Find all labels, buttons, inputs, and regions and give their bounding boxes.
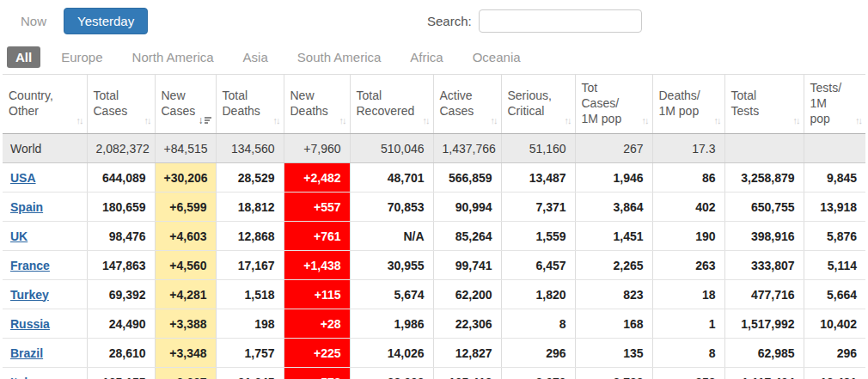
sort-both-icon[interactable] xyxy=(273,115,279,125)
new-deaths-cell: +7,960 xyxy=(284,134,350,163)
sort-both-icon[interactable] xyxy=(642,115,648,125)
cases-per-1m-cell: 267 xyxy=(575,134,652,163)
total-deaths-cell: 18,812 xyxy=(216,193,284,222)
total-recovered-cell: 38,092 xyxy=(350,368,433,379)
total-deaths-cell: 1,757 xyxy=(216,339,284,368)
total-cases-cell: 180,659 xyxy=(87,193,155,222)
country-link[interactable]: Brazil xyxy=(10,346,43,360)
country-link[interactable]: Russia xyxy=(10,317,50,331)
tab-asia[interactable]: Asia xyxy=(235,46,277,68)
new-cases-cell: +4,560 xyxy=(155,251,216,280)
col-header-total-deaths[interactable]: Total Deaths xyxy=(216,75,284,134)
country-cell: Brazil xyxy=(3,339,87,368)
sort-desc-icon[interactable] xyxy=(199,116,211,125)
sort-both-icon[interactable] xyxy=(339,115,345,125)
serious-critical-cell: 8 xyxy=(501,309,575,339)
new-deaths-cell: +115 xyxy=(284,280,350,309)
total-deaths-cell: 198 xyxy=(216,309,284,339)
sort-both-icon[interactable] xyxy=(144,115,150,125)
total-tests-cell: 1,117,404 xyxy=(724,368,804,379)
col-header-tests-per-1m[interactable]: Tests/ 1M pop xyxy=(804,75,865,134)
new-deaths-cell: +225 xyxy=(284,339,350,368)
new-cases-cell: +84,515 xyxy=(155,134,216,163)
col-label: Tot Cases/ 1M pop xyxy=(582,80,647,126)
country-cell: Italy xyxy=(3,368,87,379)
sort-both-icon[interactable] xyxy=(76,115,83,125)
country-cell: France xyxy=(3,251,87,280)
active-cases-cell: 105,418 xyxy=(433,368,501,379)
search-container: Search: xyxy=(427,9,642,33)
country-cell: Russia xyxy=(3,309,87,339)
total-deaths-cell: 12,868 xyxy=(216,222,284,251)
country-cell: World xyxy=(3,134,87,163)
active-cases-cell: 90,994 xyxy=(433,193,501,222)
total-cases-cell: 28,610 xyxy=(87,339,155,368)
col-header-country[interactable]: Country, Other xyxy=(3,75,87,134)
total-recovered-cell: 30,955 xyxy=(350,251,433,280)
country-link[interactable]: USA xyxy=(10,171,36,185)
tab-all[interactable]: All xyxy=(7,46,40,68)
tab-oceania[interactable]: Oceania xyxy=(464,46,529,68)
sort-both-icon[interactable] xyxy=(793,115,799,125)
tab-north-america[interactable]: North America xyxy=(124,46,223,68)
header-row: Country, Other Total Cases New Cases Tot… xyxy=(3,75,865,134)
yesterday-button[interactable]: Yesterday xyxy=(64,8,148,34)
new-cases-cell: +6,599 xyxy=(155,193,216,222)
total-cases-cell: 24,490 xyxy=(87,309,155,339)
cases-per-1m-cell: 3,864 xyxy=(575,193,652,222)
serious-critical-cell: 1,559 xyxy=(501,222,575,251)
tests-per-1m-cell: 5,876 xyxy=(804,222,865,251)
country-cell: Turkey xyxy=(3,280,87,309)
sort-both-icon[interactable] xyxy=(565,115,571,125)
col-header-new-deaths[interactable]: New Deaths xyxy=(284,75,350,134)
new-deaths-cell: +578 xyxy=(284,368,350,379)
total-deaths-cell: 17,167 xyxy=(216,251,284,280)
col-header-active-cases[interactable]: Active Cases xyxy=(433,75,501,134)
active-cases-cell: 566,859 xyxy=(433,163,501,193)
country-cell: Spain xyxy=(3,193,87,222)
active-cases-cell: 1,437,766 xyxy=(433,134,501,163)
col-header-new-cases[interactable]: New Cases xyxy=(155,75,216,134)
new-cases-cell: +2,667 xyxy=(155,368,216,379)
cases-per-1m-cell: 1,946 xyxy=(575,163,652,193)
sort-both-icon[interactable] xyxy=(491,115,497,125)
tab-africa[interactable]: Africa xyxy=(401,46,451,68)
world-row: World 2,082,372 +84,515 134,560 +7,960 5… xyxy=(3,134,865,163)
active-cases-cell: 62,200 xyxy=(433,280,501,309)
total-tests-cell: 650,755 xyxy=(724,193,804,222)
tests-per-1m-cell xyxy=(804,134,865,163)
table-row: France 147,863 +4,560 17,167 +1,438 30,9… xyxy=(3,251,865,280)
total-cases-cell: 165,155 xyxy=(87,368,155,379)
total-tests-cell: 398,916 xyxy=(724,222,804,251)
total-cases-cell: 2,082,372 xyxy=(87,134,155,163)
total-tests-cell: 333,807 xyxy=(724,251,804,280)
new-deaths-cell: +1,438 xyxy=(284,251,350,280)
col-header-cases-per-1m[interactable]: Tot Cases/ 1M pop xyxy=(575,75,652,134)
sort-both-icon[interactable] xyxy=(423,115,429,125)
col-header-total-cases[interactable]: Total Cases xyxy=(87,75,155,134)
now-button[interactable]: Now xyxy=(10,9,57,34)
col-label: Serious, Critical xyxy=(508,88,570,119)
tab-europe[interactable]: Europe xyxy=(52,46,111,68)
col-header-deaths-per-1m[interactable]: Deaths/ 1M pop xyxy=(652,75,724,134)
total-cases-cell: 644,089 xyxy=(87,163,155,193)
total-recovered-cell: N/A xyxy=(350,222,433,251)
new-cases-cell: +30,206 xyxy=(155,163,216,193)
country-link[interactable]: France xyxy=(10,259,50,272)
cases-per-1m-cell: 823 xyxy=(575,280,652,309)
table-row: USA 644,089 +30,206 28,529 +2,482 48,701… xyxy=(3,163,865,193)
country-link[interactable]: UK xyxy=(10,229,28,243)
country-link[interactable]: Spain xyxy=(10,200,43,214)
tab-south-america[interactable]: South America xyxy=(289,46,390,68)
total-recovered-cell: 70,853 xyxy=(350,193,433,222)
country-link[interactable]: Italy xyxy=(10,376,34,379)
serious-critical-cell: 7,371 xyxy=(501,193,575,222)
sort-both-icon[interactable] xyxy=(714,115,720,125)
sort-both-icon[interactable] xyxy=(855,115,861,125)
col-header-total-tests[interactable]: Total Tests xyxy=(724,75,804,134)
col-header-serious-critical[interactable]: Serious, Critical xyxy=(501,75,575,134)
country-link[interactable]: Turkey xyxy=(10,288,49,302)
deaths-per-1m-cell: 358 xyxy=(652,368,724,379)
search-input[interactable] xyxy=(479,9,642,33)
col-header-total-recovered[interactable]: Total Recovered xyxy=(350,75,433,134)
